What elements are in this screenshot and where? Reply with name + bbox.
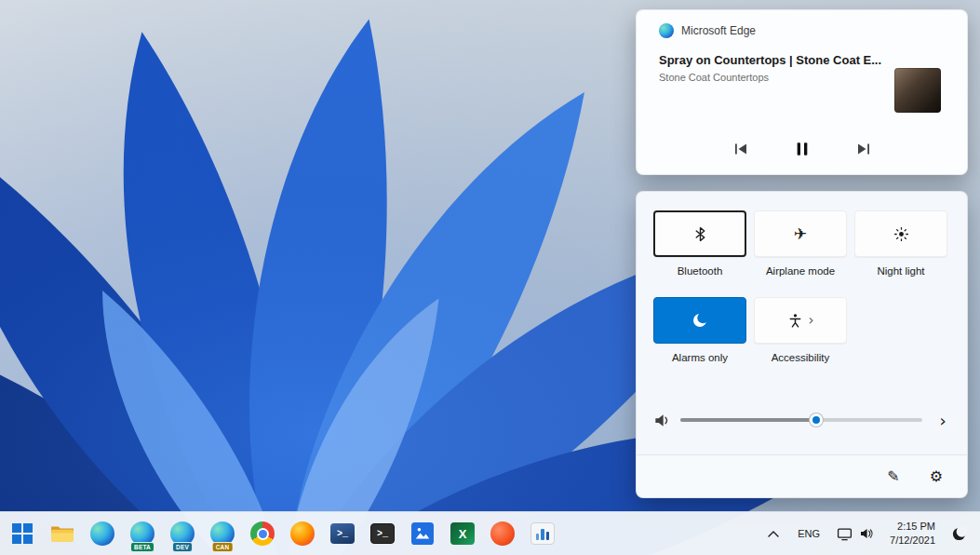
edge-button[interactable] xyxy=(84,515,121,552)
edge-canary-button[interactable]: CAN xyxy=(204,515,241,552)
pencil-icon: ✎ xyxy=(887,467,899,485)
windows-logo-icon xyxy=(12,523,33,544)
chrome-button[interactable] xyxy=(244,515,281,552)
airplane-mode-tile[interactable]: ✈ xyxy=(754,210,847,257)
skip-next-icon xyxy=(855,141,872,157)
beta-badge: BETA xyxy=(130,542,154,552)
language-indicator[interactable]: ENG xyxy=(789,515,828,552)
next-track-button[interactable] xyxy=(850,135,878,163)
volume-slider[interactable] xyxy=(680,407,922,433)
taskbar-apps: BETA DEV CAN >_ >_ xyxy=(4,515,561,552)
quick-settings-footer: ✎ ⚙ xyxy=(637,454,967,497)
media-thumbnail xyxy=(894,68,941,113)
pause-icon xyxy=(793,140,812,158)
opera-button[interactable] xyxy=(484,515,521,552)
desktop: Microsoft Edge Spray on Countertops | St… xyxy=(0,0,980,555)
night-light-icon xyxy=(893,226,909,242)
show-hidden-icons-button[interactable] xyxy=(759,515,787,552)
command-prompt-button[interactable]: >_ xyxy=(364,515,401,552)
focus-assist-tile-label: Alarms only xyxy=(653,352,746,363)
bluetooth-tile[interactable] xyxy=(653,210,746,257)
system-tray: ENG 2:15 PM 7/12/2021 xyxy=(759,515,976,552)
media-title[interactable]: Spray on Countertops | Stone Coat E... xyxy=(659,53,883,67)
file-explorer-button[interactable] xyxy=(44,515,81,552)
tile-cell-accessibility: › Accessibility xyxy=(754,297,847,363)
photos-button[interactable] xyxy=(404,515,441,552)
media-source: Microsoft Edge xyxy=(637,10,967,38)
media-app-name: Microsoft Edge xyxy=(681,24,756,37)
crescent-moon-icon xyxy=(951,526,967,542)
edge-icon xyxy=(90,521,114,546)
media-flyout: Microsoft Edge Spray on Countertops | St… xyxy=(636,9,968,175)
edit-quick-settings-button[interactable]: ✎ xyxy=(881,465,906,489)
accessibility-tile[interactable]: › xyxy=(754,297,847,344)
firefox-icon xyxy=(290,521,315,546)
bluetooth-tile-label: Bluetooth xyxy=(653,265,746,277)
edge-dev-button[interactable]: DEV xyxy=(164,515,201,552)
opera-icon xyxy=(490,521,515,546)
network-volume-button[interactable] xyxy=(830,515,880,552)
chrome-icon xyxy=(250,521,275,546)
settings-button[interactable]: ⚙ xyxy=(924,465,948,489)
edge-icon xyxy=(659,23,674,38)
powershell-icon: >_ xyxy=(330,523,355,544)
taskbar: BETA DEV CAN >_ >_ xyxy=(0,511,980,555)
volume-icon xyxy=(859,526,874,541)
night-light-tile[interactable] xyxy=(854,210,947,257)
focus-assist-indicator[interactable] xyxy=(945,515,973,552)
edge-beta-button[interactable]: BETA xyxy=(124,515,161,552)
tile-cell-airplane: ✈ Airplane mode xyxy=(754,210,847,277)
powershell-button[interactable]: >_ xyxy=(324,515,361,552)
quick-settings-panel: Bluetooth ✈ Airplane mode Night light xyxy=(636,191,968,498)
bar-chart-icon xyxy=(530,522,555,545)
gear-icon: ⚙ xyxy=(930,467,943,485)
audio-output-chevron[interactable]: › xyxy=(932,409,954,431)
media-controls xyxy=(637,135,967,163)
canary-badge: CAN xyxy=(212,542,234,552)
excel-button[interactable]: X xyxy=(444,515,481,552)
tile-cell-night-light: Night light xyxy=(854,210,947,277)
analytics-app-button[interactable] xyxy=(524,515,561,552)
bluetooth-icon xyxy=(692,226,708,242)
chevron-right-icon: › xyxy=(809,314,814,328)
volume-row: › xyxy=(653,407,954,433)
speaker-icon[interactable] xyxy=(653,412,671,429)
night-light-tile-label: Night light xyxy=(854,265,947,277)
excel-icon: X xyxy=(450,522,475,545)
volume-slider-fill xyxy=(680,418,816,422)
folder-icon xyxy=(50,523,74,544)
tray-date: 7/12/2021 xyxy=(890,534,935,548)
accessibility-icon xyxy=(787,313,803,329)
previous-track-button[interactable] xyxy=(727,135,755,163)
firefox-button[interactable] xyxy=(284,515,321,552)
clock[interactable]: 2:15 PM 7/12/2021 xyxy=(882,515,943,552)
skip-previous-icon xyxy=(732,141,749,157)
start-button[interactable] xyxy=(4,515,41,552)
moon-icon xyxy=(691,312,708,329)
tile-cell-alarms-only: Alarms only xyxy=(653,297,746,363)
tray-time: 2:15 PM xyxy=(897,520,935,534)
chevron-up-icon xyxy=(767,529,780,539)
focus-assist-tile[interactable] xyxy=(653,297,746,344)
volume-slider-thumb[interactable] xyxy=(810,413,823,426)
dev-badge: DEV xyxy=(172,542,193,552)
media-artist: Stone Coat Countertops xyxy=(659,72,883,83)
pause-button[interactable] xyxy=(788,135,816,163)
command-prompt-icon: >_ xyxy=(370,523,395,544)
photos-icon xyxy=(410,522,435,545)
network-icon xyxy=(837,526,852,542)
airplane-icon: ✈ xyxy=(794,226,807,242)
quick-settings-grid: Bluetooth ✈ Airplane mode Night light xyxy=(653,210,952,363)
accessibility-tile-label: Accessibility xyxy=(754,352,847,363)
airplane-mode-tile-label: Airplane mode xyxy=(754,265,847,277)
tile-cell-bluetooth: Bluetooth xyxy=(653,210,746,277)
